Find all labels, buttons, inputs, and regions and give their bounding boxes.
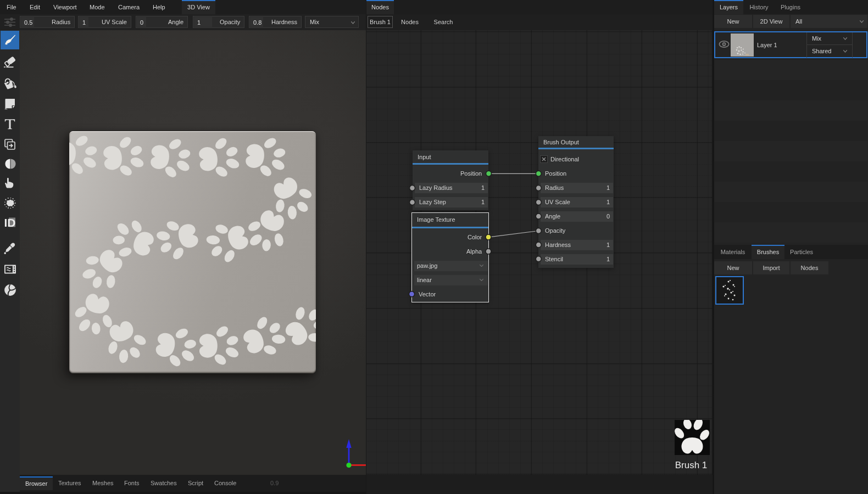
svg-text:ID: ID (4, 216, 16, 229)
